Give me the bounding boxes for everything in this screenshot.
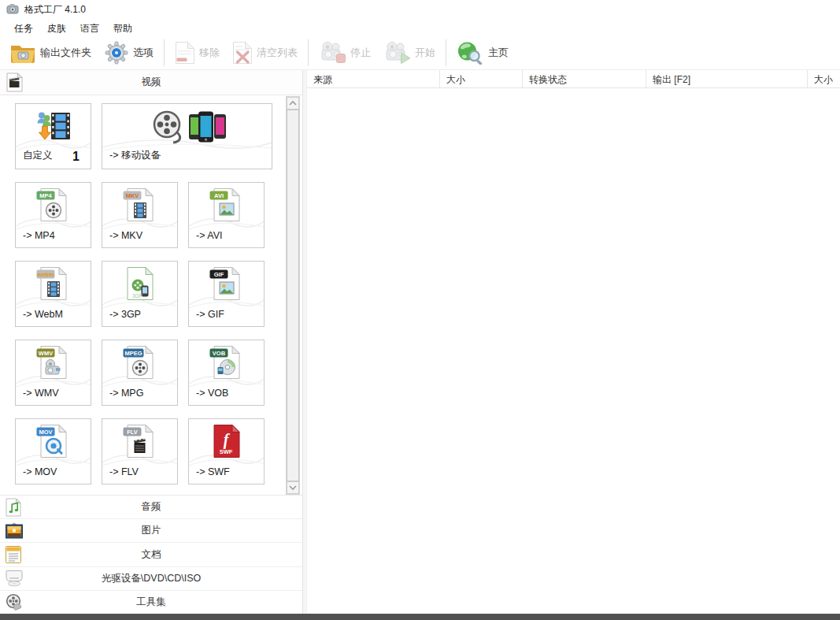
left-panel: 视频 自定义1-> 移动设备MP4-> MP4MKV-> MKVAVI-> AV… (0, 70, 302, 614)
section-label: 音频 (142, 500, 161, 514)
scroll-thumb[interactable] (287, 110, 299, 481)
card-flv[interactable]: FLV-> FLV (102, 418, 178, 484)
card-badge: 1 (72, 150, 80, 164)
card-label: -> 3GP (109, 309, 141, 320)
clear-list-button[interactable]: 清空列表 (226, 38, 304, 68)
svg-text:WMV: WMV (38, 350, 52, 357)
card-mov[interactable]: MOV-> MOV (15, 418, 91, 484)
card-wmv[interactable]: WMV-> WMV (15, 340, 91, 406)
menu-item-language[interactable]: 语言 (73, 20, 106, 38)
column-status[interactable]: 转换状态 (523, 70, 646, 87)
vob-file-icon: VOB (209, 344, 245, 383)
options-button[interactable]: 选项 (98, 38, 160, 68)
card-custom[interactable]: 自定义1 (15, 103, 91, 169)
sidebar-section-toolset[interactable]: 工具集 (0, 590, 302, 614)
card-label: -> AVI (196, 230, 222, 241)
wmv-file-icon: WMV (35, 344, 72, 383)
menubar: 任务皮肤语言帮助 (0, 20, 840, 36)
menu-item-tasks[interactable]: 任务 (7, 20, 40, 38)
card-mobile-devices[interactable]: -> 移动设备 (102, 103, 272, 169)
column-output[interactable]: 输出 [F2] (646, 70, 808, 87)
toolbar: 输出文件夹选项移除清空列表停止开始主页 (0, 36, 840, 70)
grid-scrollbar[interactable] (286, 96, 300, 495)
card-label: 自定义 (23, 149, 53, 162)
card-label: -> MP4 (23, 230, 55, 241)
card-avi[interactable]: AVI-> AVI (188, 182, 265, 248)
column-size-out[interactable]: 大小 (808, 70, 840, 87)
home-globe-icon (457, 41, 484, 65)
swf-file-icon: fSWF (209, 423, 245, 462)
card-label: -> MPG (109, 388, 143, 399)
title-bar: 格式工厂 4.1.0 (0, 0, 840, 20)
card-gif[interactable]: GIF-> GIF (188, 261, 265, 327)
options-gear-icon (104, 40, 129, 65)
home-button[interactable]: 主页 (450, 38, 515, 68)
window-title: 格式工厂 4.1.0 (24, 3, 86, 17)
card-webm[interactable]: webm-> WebM (15, 261, 91, 327)
column-size[interactable]: 大小 (440, 70, 523, 87)
svg-text:webm: webm (36, 271, 54, 278)
flv-file-icon: FLV (122, 423, 158, 462)
clear-list-button-label: 清空列表 (257, 46, 298, 60)
gif-file-icon: GIF (209, 265, 245, 304)
3gp-file-icon: 3GP (122, 265, 158, 304)
card-label: -> MKV (109, 230, 142, 241)
stop-button-label: 停止 (350, 46, 371, 60)
start-button-label: 开始 (415, 46, 435, 60)
menu-item-help[interactable]: 帮助 (106, 20, 139, 38)
card-label: -> WMV (23, 388, 58, 399)
card-mp4[interactable]: MP4-> MP4 (15, 182, 91, 248)
section-label: 文档 (142, 548, 161, 562)
card-3gp[interactable]: 3GP-> 3GP (102, 261, 178, 327)
section-label: 光驱设备\DVD\CD\ISO (102, 572, 201, 585)
svg-text:3GP: 3GP (132, 293, 142, 299)
svg-text:FLV: FLV (127, 429, 138, 436)
svg-text:MPEG: MPEG (124, 350, 142, 357)
document-section-icon (6, 546, 21, 563)
svg-text:MP4: MP4 (39, 192, 52, 199)
svg-text:SWF: SWF (219, 448, 232, 455)
remove-button[interactable]: 移除 (168, 38, 226, 68)
disc-device-icon (6, 570, 23, 587)
scroll-up-button[interactable] (287, 97, 299, 110)
mp4-file-icon: MP4 (35, 187, 72, 225)
video-section-icon (6, 72, 23, 95)
card-label: -> GIF (196, 309, 224, 320)
start-button[interactable]: 开始 (377, 38, 442, 68)
sidebar-section-picture[interactable]: 图片 (0, 518, 302, 542)
card-swf[interactable]: fSWF-> SWF (188, 418, 265, 484)
output-folder-button[interactable]: 输出文件夹 (3, 38, 98, 68)
avi-file-icon: AVI (209, 187, 245, 225)
card-vob[interactable]: VOB-> VOB (188, 340, 265, 406)
card-mkv[interactable]: MKV-> MKV (102, 182, 178, 248)
convert-grid: 自定义1-> 移动设备MP4-> MP4MKV-> MKVAVI-> AVIwe… (0, 95, 302, 496)
remove-file-icon (175, 41, 195, 65)
svg-text:MOV: MOV (39, 429, 52, 436)
scroll-down-button[interactable] (287, 481, 299, 494)
menu-item-skin[interactable]: 皮肤 (40, 20, 73, 38)
mkv-file-icon: MKV (122, 187, 158, 225)
svg-text:AVI: AVI (214, 192, 224, 199)
svg-text:MKV: MKV (125, 192, 139, 199)
clear-list-icon (232, 41, 253, 65)
mpg-file-icon: MPEG (122, 344, 158, 383)
status-bar (0, 614, 840, 620)
output-folder-icon (9, 41, 36, 65)
mobile-devices-icon (148, 108, 227, 148)
toolset-section-icon (6, 593, 23, 611)
video-section-header[interactable]: 视频 (0, 70, 302, 95)
card-mpg[interactable]: MPEG-> MPG (102, 340, 178, 406)
toolbar-separator (446, 39, 446, 66)
options-button-label: 选项 (133, 46, 154, 60)
stop-button[interactable]: 停止 (313, 38, 377, 68)
video-section-label: 视频 (142, 76, 161, 89)
svg-text:VOB: VOB (212, 350, 225, 357)
file-list-panel: 来源大小转换状态输出 [F2]大小 (307, 70, 840, 614)
sidebar-section-document[interactable]: 文档 (0, 542, 302, 566)
section-label: 图片 (142, 524, 161, 537)
sidebar-section-audio[interactable]: 音频 (0, 496, 302, 518)
main-area: 视频 自定义1-> 移动设备MP4-> MP4MKV-> MKVAVI-> AV… (0, 70, 840, 614)
column-source[interactable]: 来源 (307, 70, 440, 87)
sidebar-section-rom-device[interactable]: 光驱设备\DVD\CD\ISO (0, 566, 302, 590)
filelist-body[interactable] (307, 88, 840, 614)
